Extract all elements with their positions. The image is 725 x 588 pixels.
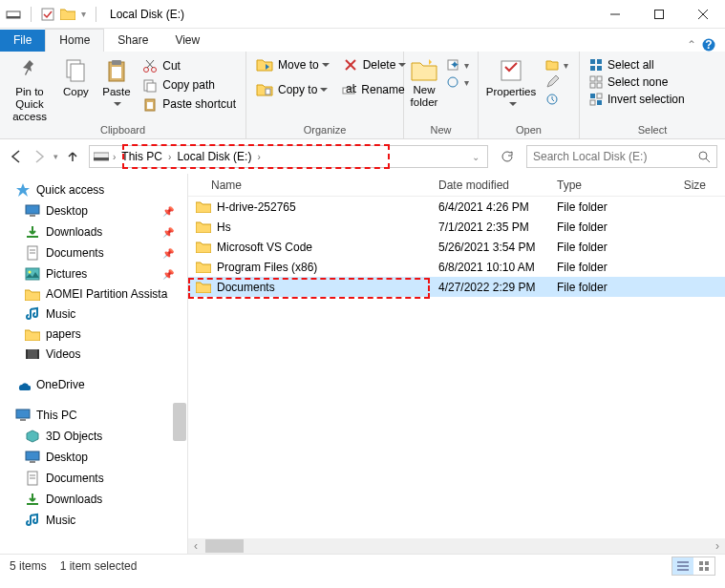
breadcrumb-drive[interactable]: Local Disk (E:) xyxy=(175,148,253,165)
address-bar[interactable]: › This PC › Local Disk (E:) › ⌄ xyxy=(89,145,488,168)
svg-rect-48 xyxy=(26,205,39,214)
cut-button[interactable]: Cut xyxy=(139,57,240,74)
svg-line-16 xyxy=(147,60,154,68)
up-button[interactable] xyxy=(64,148,81,165)
svg-rect-71 xyxy=(705,561,709,565)
sidebar-item[interactable]: Music xyxy=(0,510,187,531)
paste-shortcut-button[interactable]: Paste shortcut xyxy=(139,95,240,113)
table-row[interactable]: Program Files (x86)6/8/2021 10:10 AMFile… xyxy=(188,257,725,277)
sidebar-item-label: Documents xyxy=(46,246,104,260)
sidebar-item[interactable]: AOMEI Partition Assista xyxy=(0,284,187,304)
file-type: File folder xyxy=(549,241,656,254)
sidebar-this-pc[interactable]: This PC xyxy=(0,405,187,426)
svg-rect-57 xyxy=(26,349,28,359)
history-button[interactable] xyxy=(542,92,572,107)
sidebar-item[interactable]: Documents📌 xyxy=(0,242,187,263)
svg-rect-49 xyxy=(30,215,35,217)
pin-to-quick-access-button[interactable]: Pin to Quick access xyxy=(6,55,53,123)
sidebar-item[interactable]: Desktop📌 xyxy=(0,200,187,221)
table-row[interactable]: Documents4/27/2022 2:29 PMFile folder xyxy=(188,277,725,297)
tab-file[interactable]: File xyxy=(0,30,45,52)
pin-icon: 📌 xyxy=(162,206,174,217)
col-name[interactable]: Name xyxy=(188,178,431,192)
svg-text:?: ? xyxy=(705,38,712,52)
sidebar-item[interactable]: Documents xyxy=(0,468,187,489)
minimize-button[interactable] xyxy=(593,0,637,29)
column-headers[interactable]: Name Date modified Type Size xyxy=(188,174,725,197)
easy-access-button[interactable]: ▾ xyxy=(442,74,473,90)
maximize-button[interactable] xyxy=(637,0,681,29)
status-selection: 1 item selected xyxy=(60,559,138,573)
help-icon[interactable]: ? xyxy=(702,38,715,52)
table-row[interactable]: H-drive-2527656/4/2021 4:26 PMFile folde… xyxy=(188,197,725,217)
copy-to-button[interactable]: Copy to xyxy=(252,80,331,99)
sidebar-item-label: Desktop xyxy=(46,451,88,464)
address-dropdown-button[interactable]: ⌄ xyxy=(468,152,483,162)
table-row[interactable]: Hs7/1/2021 2:35 PMFile folder xyxy=(188,217,725,237)
col-type[interactable]: Type xyxy=(549,178,656,192)
tab-share[interactable]: Share xyxy=(104,30,161,52)
col-size[interactable]: Size xyxy=(656,178,725,192)
navigation-bar: ▾ › This PC › Local Disk (E:) › ⌄ xyxy=(0,139,725,174)
tab-home[interactable]: Home xyxy=(45,29,104,52)
qat-checkbox-icon[interactable] xyxy=(41,8,54,21)
sidebar-quick-access[interactable]: Quick access xyxy=(0,179,187,200)
col-date[interactable]: Date modified xyxy=(431,178,549,192)
ribbon-tabs: File Home Share View ⌃ ? xyxy=(0,29,725,52)
group-label-open: Open xyxy=(479,123,579,138)
file-type: File folder xyxy=(549,261,656,274)
file-date: 7/1/2021 2:35 PM xyxy=(431,220,549,234)
sidebar-item[interactable]: Downloads📌 xyxy=(0,221,187,242)
move-to-button[interactable]: Move to xyxy=(252,55,333,74)
svg-rect-39 xyxy=(597,83,602,88)
delete-button[interactable]: Delete xyxy=(339,55,411,74)
table-row[interactable]: Microsoft VS Code5/26/2021 3:54 PMFile f… xyxy=(188,237,725,257)
ribbon: Pin to Quick access Copy Paste Cut Copy … xyxy=(0,52,725,139)
large-icons-view-button[interactable] xyxy=(693,557,714,575)
svg-rect-36 xyxy=(590,76,595,81)
invert-selection-button[interactable]: Invert selection xyxy=(586,92,689,107)
rename-button[interactable]: abRename xyxy=(337,80,408,99)
new-folder-button[interactable]: New folder xyxy=(410,55,438,109)
sidebar-item[interactable]: Desktop xyxy=(0,447,187,468)
search-box[interactable] xyxy=(526,145,717,168)
sidebar-item[interactable]: papers xyxy=(0,325,187,344)
sidebar-item-label: Music xyxy=(46,514,75,527)
svg-rect-61 xyxy=(26,452,39,460)
back-button[interactable] xyxy=(8,148,25,165)
horizontal-scrollbar[interactable]: ‹ › xyxy=(188,538,725,554)
tab-view[interactable]: View xyxy=(161,30,213,52)
copy-path-button[interactable]: Copy path xyxy=(139,76,240,94)
scrollbar-thumb[interactable] xyxy=(205,539,244,553)
file-name: Documents xyxy=(217,281,275,294)
title-bar: ▾ Local Disk (E:) xyxy=(0,0,725,29)
sidebar-item[interactable]: 3D Objects xyxy=(0,426,187,447)
copy-button[interactable]: Copy xyxy=(57,55,95,98)
sidebar-item[interactable]: Downloads xyxy=(0,489,187,510)
sidebar-onedrive[interactable]: OneDrive xyxy=(0,374,187,395)
open-dropdown-button[interactable]: ▾ xyxy=(542,57,572,73)
recent-locations-button[interactable]: ▾ xyxy=(53,152,58,161)
details-view-button[interactable] xyxy=(672,557,693,575)
sidebar-item-label: Music xyxy=(46,307,75,321)
sidebar-item[interactable]: Videos xyxy=(0,344,187,365)
edit-button[interactable] xyxy=(542,74,572,90)
close-button[interactable] xyxy=(681,0,725,29)
sidebar-scrollbar-thumb[interactable] xyxy=(173,403,186,441)
sidebar-item[interactable]: Music xyxy=(0,304,187,325)
sidebar-item[interactable]: Pictures📌 xyxy=(0,263,187,284)
select-none-button[interactable]: Select none xyxy=(586,74,689,90)
collapse-ribbon-icon[interactable]: ⌃ xyxy=(687,38,696,52)
breadcrumb-this-pc[interactable]: This PC xyxy=(119,148,164,165)
qat-folder-icon[interactable] xyxy=(60,8,75,20)
svg-point-14 xyxy=(144,68,149,73)
refresh-button[interactable] xyxy=(496,145,519,168)
forward-button[interactable] xyxy=(31,148,48,165)
paste-button[interactable]: Paste xyxy=(98,55,136,111)
select-all-button[interactable]: Select all xyxy=(586,57,689,73)
pin-icon: 📌 xyxy=(162,269,174,280)
new-item-button[interactable]: ✦▾ xyxy=(442,57,473,73)
navigation-pane[interactable]: Quick access Desktop📌Downloads📌Documents… xyxy=(0,174,188,554)
search-input[interactable] xyxy=(533,150,698,163)
properties-button[interactable]: Properties xyxy=(484,55,538,111)
